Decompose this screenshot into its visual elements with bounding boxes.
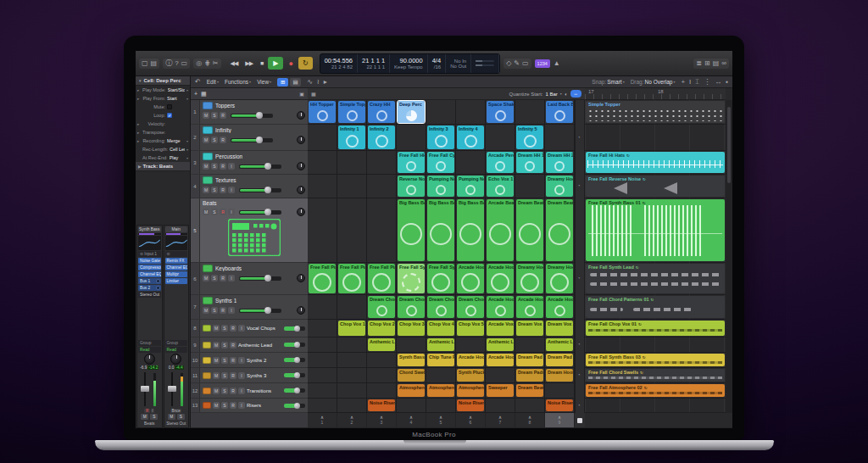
grid-slot[interactable]: Dream Beat <box>515 383 545 398</box>
grid-slot[interactable] <box>515 337 545 352</box>
track-r-button[interactable]: R <box>220 209 226 215</box>
loop-cell[interactable]: Chop Vox 3 <box>398 321 425 336</box>
region[interactable]: Free Fall Synth Bass 01↻ <box>586 199 725 261</box>
grid-slot[interactable] <box>337 337 367 352</box>
mute-button[interactable]: M <box>141 414 148 420</box>
strip-setting-button[interactable]: Synth Bass <box>138 226 161 232</box>
track-i-button[interactable]: I <box>228 209 235 215</box>
pan-knob[interactable] <box>297 186 305 194</box>
forward-button[interactable]: ▶▶ <box>242 58 255 70</box>
grid-slot[interactable]: Free Fall Synth <box>426 263 456 294</box>
slider-handle[interactable] <box>264 275 271 282</box>
loop-cell[interactable]: Arcade Hook 2 <box>487 264 514 293</box>
grid-slot[interactable]: Arcade Perc 1 <box>486 151 515 174</box>
slider-handle[interactable] <box>256 112 263 119</box>
grid-slot[interactable] <box>515 100 545 124</box>
grid-slot[interactable]: Dream Pad 1 <box>515 353 545 367</box>
slider-handle[interactable] <box>294 372 300 378</box>
scene-trigger[interactable]: ∧5 <box>426 413 456 427</box>
track-m-button[interactable]: M <box>213 388 220 394</box>
record-enable-button[interactable]: R <box>144 409 149 413</box>
loop-cell[interactable]: Dream Chord 2 <box>398 296 425 318</box>
loop-cell[interactable]: Arcade Hook 3 <box>546 296 573 318</box>
param-value[interactable]: Merge <box>167 138 185 143</box>
loop-cell[interactable]: Free Fall Piano <box>368 264 395 293</box>
loop-cell[interactable]: Anthemic Lead <box>546 338 573 351</box>
grid-slot[interactable] <box>367 151 397 174</box>
grid-slot[interactable]: Dream Chord 4 <box>456 295 486 319</box>
loop-cell[interactable]: Arcade Hook 1 <box>457 354 484 366</box>
loop-cell[interactable]: Dream Chord 3 <box>427 296 454 318</box>
grid-slot[interactable] <box>515 175 545 198</box>
track-r-button[interactable]: R <box>230 342 236 349</box>
track-header[interactable]: 9MSRAnthemic Lead <box>191 337 308 353</box>
region[interactable]: Free Fall Synth Bass 03↻ <box>586 354 725 366</box>
track-s-button[interactable]: S <box>221 325 228 332</box>
grid-slot[interactable]: Free Fall Piano <box>337 263 367 294</box>
timeline-lane[interactable]: Free Fall Chop Vox 01↻ <box>585 320 726 337</box>
loop-cell[interactable]: Big Bass Beat 2 <box>427 199 454 261</box>
loop-cell[interactable]: Dream Vox 1 <box>516 321 543 336</box>
stop-button[interactable]: ■ <box>258 58 265 69</box>
replace-icon[interactable]: ▭ <box>522 60 529 67</box>
track-m-button[interactable]: M <box>203 137 209 143</box>
loop-cell[interactable]: Infinity 1 <box>338 126 365 149</box>
slider-handle[interactable] <box>256 137 263 143</box>
vertical-scrollbar[interactable] <box>726 100 732 413</box>
track-m-button[interactable]: M <box>213 402 220 409</box>
loop-cell[interactable]: Free Fall Cym <box>427 152 454 173</box>
loop-cell[interactable]: Dream Pad 1 <box>516 354 543 366</box>
volume-slider[interactable] <box>284 343 305 347</box>
grid-slot[interactable]: Anthemic Lead <box>426 337 456 352</box>
region[interactable]: Free Fall Chord Patterns 01↻ <box>586 296 725 318</box>
pencil-icon[interactable]: ✎ <box>514 60 520 67</box>
slider-handle[interactable] <box>294 403 300 409</box>
loop-cell[interactable]: Free Fall Piano <box>309 264 336 293</box>
grid-slot[interactable]: Arcade Hook 1 <box>456 353 486 367</box>
volume-slider[interactable] <box>231 114 273 118</box>
grid-slot[interactable] <box>367 353 397 367</box>
grid-slot[interactable]: Infinity 4 <box>456 125 486 150</box>
grid-slot[interactable] <box>308 383 337 398</box>
volume-slider[interactable] <box>284 326 305 331</box>
scene-trigger[interactable]: ∧1 <box>308 413 337 427</box>
pan-knob[interactable] <box>297 136 305 144</box>
track-s-button[interactable]: S <box>221 342 228 349</box>
grid-slot[interactable]: Infinity 2 <box>367 125 397 150</box>
grid-view-button[interactable]: ⊞ <box>277 78 288 86</box>
track-i-button[interactable]: I <box>228 187 235 193</box>
metronome-icon[interactable]: ▲ <box>554 60 560 67</box>
grid-slot[interactable]: Free Fall Piano <box>308 263 337 294</box>
region[interactable]: Free Fall Atmosphere 02↻ <box>586 384 725 397</box>
param-value[interactable]: Play <box>170 155 185 160</box>
loop-cell[interactable]: Anthemic Lead <box>427 338 454 351</box>
grid-slot[interactable]: Arcade Hook 2 <box>486 353 515 367</box>
track-r-button[interactable]: R <box>230 372 236 379</box>
track-i-button[interactable]: I <box>228 163 235 170</box>
group-slot[interactable]: Group <box>138 340 161 346</box>
volume-slider[interactable] <box>284 404 305 408</box>
grid-slot[interactable]: Free Fall Cym <box>426 151 456 174</box>
grid-slot[interactable]: Chop Vox 2 <box>367 320 397 337</box>
track-m-button[interactable]: M <box>203 307 209 314</box>
track-s-button[interactable]: S <box>211 137 218 143</box>
track-m-button[interactable]: M <box>213 325 220 332</box>
grid-slot[interactable]: Dream Pads <box>515 368 545 382</box>
grid-slot[interactable]: Arcade Hook 3 <box>545 295 575 319</box>
loop-cell[interactable]: Chip Tune Fills <box>427 354 454 366</box>
tuner-icon[interactable]: ◇ <box>506 60 511 67</box>
timeline-lane[interactable]: Free Fall Hi Hats↻ <box>585 151 726 175</box>
volume-slider[interactable] <box>284 373 305 377</box>
loop-cell[interactable]: Dream Chord 4 <box>457 296 484 318</box>
grid-slot[interactable]: Sweeper <box>486 383 515 398</box>
track-r-button[interactable]: R <box>230 357 236 364</box>
track-m-button[interactable]: M <box>203 163 209 170</box>
grid-slot[interactable] <box>308 353 337 367</box>
scene-trigger[interactable]: ∧8 <box>515 413 545 427</box>
zoom-tool-icon[interactable]: ⋮ <box>704 79 710 86</box>
drag-menu[interactable]: Drag: No Overlap ▾ <box>631 79 676 85</box>
grid-slot[interactable]: Free Fall Piano <box>367 263 397 294</box>
scene-trigger[interactable]: ∧6 <box>456 413 486 427</box>
grid-slot[interactable]: Dream HH 1 <box>515 151 545 174</box>
solo-button[interactable]: S <box>177 414 185 420</box>
